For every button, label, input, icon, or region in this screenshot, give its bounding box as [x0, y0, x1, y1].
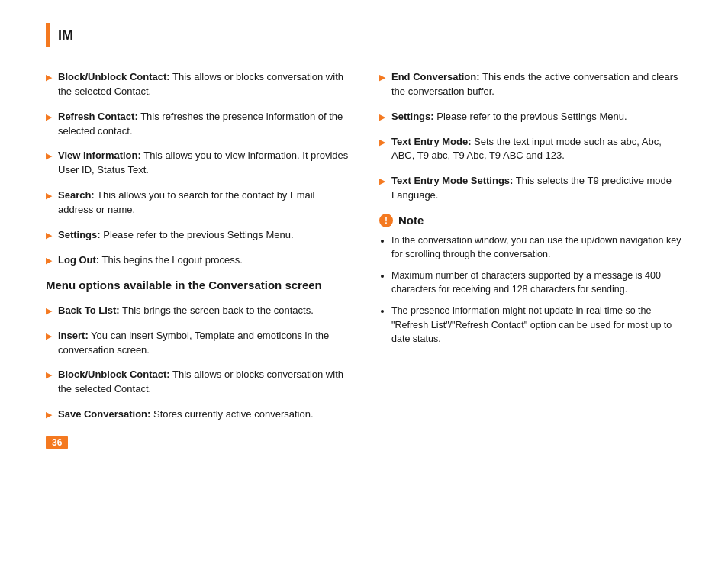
bullet-arrow-icon: ▶	[46, 305, 52, 317]
note-bullet-item: The presence information might not updat…	[391, 304, 682, 345]
list-item: ▶ Insert: You can insert Symbol, Templat…	[46, 329, 349, 358]
bullet-text: Text Entry Mode Settings: This selects t…	[391, 174, 682, 203]
note-bullet-list: In the conversation window, you can use …	[379, 234, 682, 346]
list-item: ▶ Text Entry Mode: Sets the text input m…	[379, 135, 682, 164]
list-item: ▶ Settings: Please refer to the previous…	[46, 228, 349, 243]
bullet-arrow-icon: ▶	[379, 111, 385, 124]
list-item: ▶ Save Conversation: Stores currently ac…	[46, 407, 349, 422]
list-item: ▶ Text Entry Mode Settings: This selects…	[379, 174, 682, 203]
bullet-text: View Information: This allows you to vie…	[58, 149, 349, 178]
section-heading: Menu options available in the Conversati…	[46, 278, 349, 293]
list-item: ▶ Settings: Please refer to the previous…	[379, 110, 682, 124]
left-column: ▶ Block/Unblock Contact: This allows or …	[46, 70, 349, 433]
bullet-text: Insert: You can insert Symbol, Template …	[58, 329, 349, 358]
list-item: ▶ Block/Unblock Contact: This allows or …	[46, 70, 349, 99]
bullet-text: Block/Unblock Contact: This allows or bl…	[58, 368, 349, 397]
two-column-layout: ▶ Block/Unblock Contact: This allows or …	[46, 70, 682, 433]
bullet-arrow-icon: ▶	[46, 230, 52, 242]
left-bullet-list: ▶ Block/Unblock Contact: This allows or …	[46, 70, 349, 267]
list-item: ▶ Refresh Contact: This refreshes the pr…	[46, 110, 349, 139]
bullet-text: Refresh Contact: This refreshes the pres…	[58, 110, 349, 139]
list-item: ▶ View Information: This allows you to v…	[46, 149, 349, 178]
right-column: ▶ End Conversation: This ends the active…	[379, 70, 682, 433]
bullet-arrow-icon: ▶	[46, 330, 52, 343]
note-header: ! Note	[379, 214, 682, 227]
page-header: IM	[46, 23, 682, 47]
bullet-arrow-icon: ▶	[46, 409, 52, 421]
bullet-text: Back To List: This brings the screen bac…	[58, 304, 349, 318]
bullet-arrow-icon: ▶	[379, 137, 385, 149]
note-title: Note	[398, 214, 424, 227]
bullet-text: Save Conversation: Stores currently acti…	[58, 407, 349, 422]
bullet-text: Block/Unblock Contact: This allows or bl…	[58, 70, 349, 99]
bullet-arrow-icon: ▶	[46, 369, 52, 382]
note-bullet-item: Maximum number of characters supported b…	[391, 269, 682, 296]
bullet-arrow-icon: ▶	[46, 255, 52, 267]
list-item: ▶ Back To List: This brings the screen b…	[46, 304, 349, 318]
bullet-arrow-icon: ▶	[46, 190, 52, 202]
page-number: 36	[46, 436, 68, 449]
bullet-text: Settings: Please refer to the previous S…	[391, 110, 682, 124]
list-item: ▶ Search: This allows you to search for …	[46, 188, 349, 217]
right-bullet-list: ▶ End Conversation: This ends the active…	[379, 70, 682, 203]
note-section: ! Note In the conversation window, you c…	[379, 214, 682, 346]
bullet-text: End Conversation: This ends the active c…	[391, 70, 682, 99]
bullet-arrow-icon: ▶	[46, 111, 52, 124]
note-bullet-item: In the conversation window, you can use …	[391, 234, 682, 261]
note-icon: !	[379, 214, 393, 227]
page-title: IM	[58, 27, 73, 43]
bullet-text: Text Entry Mode: Sets the text input mod…	[391, 135, 682, 164]
bullet-text: Settings: Please refer to the previous S…	[58, 228, 349, 243]
bullet-arrow-icon: ▶	[379, 176, 385, 188]
list-item: ▶ End Conversation: This ends the active…	[379, 70, 682, 99]
bullet-text: Log Out: This begins the Logout process.	[58, 253, 349, 268]
bullet-arrow-icon: ▶	[379, 72, 385, 84]
bullet-text: Search: This allows you to search for th…	[58, 188, 349, 217]
orange-bar	[46, 23, 50, 47]
bullet-arrow-icon: ▶	[46, 72, 52, 84]
list-item: ▶ Block/Unblock Contact: This allows or …	[46, 368, 349, 397]
bullet-arrow-icon: ▶	[46, 150, 52, 163]
page: IM ▶ Block/Unblock Contact: This allows …	[0, 0, 728, 463]
section-bullet-list: ▶ Back To List: This brings the screen b…	[46, 304, 349, 422]
list-item: ▶ Log Out: This begins the Logout proces…	[46, 253, 349, 268]
